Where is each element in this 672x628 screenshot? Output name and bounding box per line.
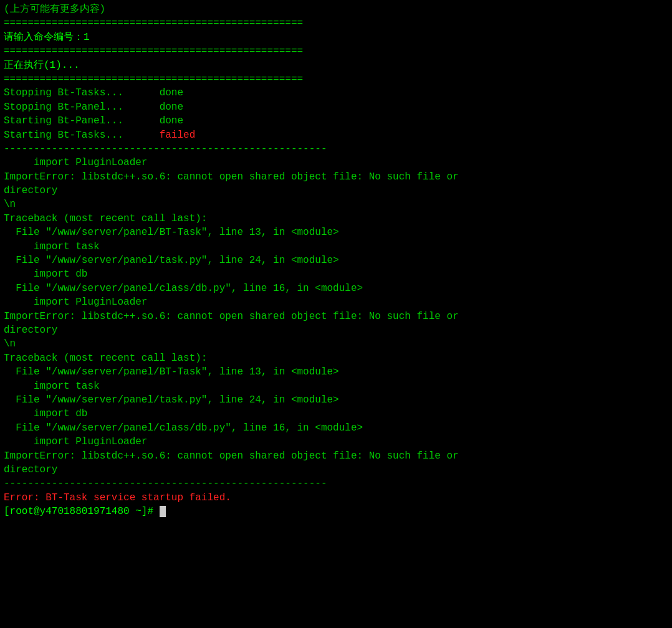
file-task-py-1: File "/www/server/panel/task.py", line 2…: [4, 254, 668, 267]
executing-line: 正在执行(1)...: [4, 59, 668, 72]
directory-2: directory: [4, 323, 668, 337]
dash-line-2: ----------------------------------------…: [4, 477, 668, 490]
directory-3: directory: [4, 463, 668, 477]
traceback-1: Traceback (most recent call last):: [4, 212, 668, 226]
separator-line-3: ========================================…: [4, 44, 668, 58]
stop-tasks-line: Stopping Bt-Tasks... done: [4, 86, 668, 100]
separator-line-1: (上方可能有更多内容): [4, 2, 668, 16]
stop-panel-line: Stopping Bt-Panel... done: [4, 100, 668, 114]
import-db-1: import db: [4, 267, 668, 281]
import-plugin-loader-3: import PluginLoader: [4, 435, 668, 449]
import-error-2: ImportError: libstdc++.so.6: cannot open…: [4, 310, 668, 323]
import-task-1: import task: [4, 240, 668, 254]
file-db-py-1: File "/www/server/panel/class/db.py", li…: [4, 282, 668, 295]
import-plugin-loader-1: import PluginLoader: [4, 156, 668, 169]
dash-line-1: ----------------------------------------…: [4, 142, 668, 156]
file-task-py-2: File "/www/server/panel/task.py", line 2…: [4, 393, 668, 407]
file-bt-task-2: File "/www/server/panel/BT-Task", line 1…: [4, 365, 668, 379]
start-tasks-line: Starting Bt-Tasks... failed: [4, 128, 668, 142]
import-error-1: ImportError: libstdc++.so.6: cannot open…: [4, 170, 668, 184]
newline-1: \n: [4, 197, 668, 211]
separator-line-2: ========================================…: [4, 16, 668, 30]
prompt-input-line: 请输入命令编号：1: [4, 31, 668, 44]
error-message: Error: BT-Task service startup failed.: [4, 491, 668, 505]
import-plugin-loader-2: import PluginLoader: [4, 295, 668, 309]
import-task-2: import task: [4, 379, 668, 393]
traceback-2: Traceback (most recent call last):: [4, 351, 668, 365]
terminal: (上方可能有更多内容) ============================…: [4, 2, 668, 518]
import-error-3: ImportError: libstdc++.so.6: cannot open…: [4, 449, 668, 463]
separator-line-4: ========================================…: [4, 72, 668, 86]
shell-prompt-line: [root@y47018801971480 ~]#: [4, 505, 668, 518]
start-panel-line: Starting Bt-Panel... done: [4, 114, 668, 128]
import-db-2: import db: [4, 407, 668, 421]
cursor-blink: [160, 506, 166, 517]
directory-1: directory: [4, 184, 668, 197]
file-db-py-2: File "/www/server/panel/class/db.py", li…: [4, 421, 668, 435]
newline-2: \n: [4, 337, 668, 351]
file-bt-task-1: File "/www/server/panel/BT-Task", line 1…: [4, 226, 668, 239]
